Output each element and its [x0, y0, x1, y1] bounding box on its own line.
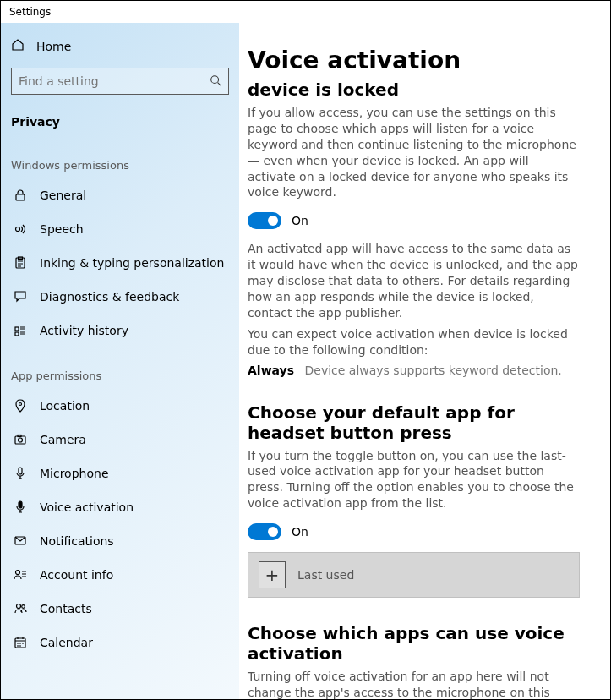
contacts-icon [13, 602, 28, 615]
apps-heading: Choose which apps can use voice activati… [248, 623, 580, 664]
account-icon [13, 568, 28, 582]
locked-toggle[interactable] [248, 212, 281, 229]
svg-point-16 [22, 605, 25, 609]
page-title: Voice activation [248, 46, 580, 74]
search-box[interactable] [11, 68, 229, 95]
nav-voice-activation[interactable]: Voice activation [1, 490, 239, 524]
locked-desc2: An activated app will have access to the… [248, 241, 580, 320]
svg-point-2 [16, 227, 20, 232]
svg-rect-6 [15, 332, 19, 336]
svg-rect-5 [15, 327, 19, 331]
clipboard-icon [13, 256, 28, 270]
main-content: Voice activation device is locked If you… [239, 23, 610, 699]
search-icon [210, 74, 221, 89]
svg-point-15 [17, 604, 21, 609]
nav-general[interactable]: General [1, 178, 239, 212]
nav-label: Diagnostics & feedback [40, 290, 179, 304]
nav-label: Location [40, 399, 90, 413]
speech-icon [13, 222, 28, 236]
headset-heading: Choose your default app for headset butt… [248, 402, 580, 443]
camera-icon [13, 433, 28, 446]
voice-activation-icon [13, 500, 28, 514]
section-windows-permissions: Windows permissions [1, 137, 239, 178]
locked-heading: device is locked [248, 79, 580, 100]
nav-location[interactable]: Location [1, 389, 239, 423]
nav-camera[interactable]: Camera [1, 423, 239, 457]
always-desc: Device always supports keyword detection… [305, 364, 562, 377]
sidebar-page-label: Privacy [1, 107, 239, 137]
headset-toggle-label: On [292, 525, 308, 539]
always-label: Always [248, 364, 294, 377]
always-condition: Always Device always supports keyword de… [248, 364, 580, 377]
svg-point-14 [16, 571, 20, 575]
nav-microphone[interactable]: Microphone [1, 457, 239, 490]
nav-label: Activity history [40, 324, 128, 337]
location-icon [13, 399, 28, 413]
lastused-selector[interactable]: + Last used [248, 552, 580, 598]
nav-account-info[interactable]: Account info [1, 558, 239, 592]
microphone-icon [13, 467, 28, 480]
window-title: Settings [9, 6, 51, 18]
lastused-label: Last used [297, 568, 354, 582]
nav-notifications[interactable]: Notifications [1, 524, 239, 558]
nav-label: Account info [40, 568, 113, 582]
svg-rect-11 [19, 468, 22, 474]
svg-point-9 [19, 438, 23, 442]
search-input[interactable] [19, 74, 210, 88]
feedback-icon [13, 290, 28, 304]
nav-label: Calendar [40, 636, 93, 649]
sidebar: Home Privacy Windows permissions General… [1, 23, 239, 699]
nav-label: General [40, 189, 86, 202]
nav-label: Inking & typing personalization [40, 256, 224, 270]
nav-label: Camera [40, 433, 86, 446]
activity-icon [13, 324, 28, 337]
nav-label: Notifications [40, 534, 114, 548]
nav-calendar[interactable]: Calendar [1, 626, 239, 659]
nav-diagnostics[interactable]: Diagnostics & feedback [1, 280, 239, 314]
locked-desc3: You can expect voice activation when dev… [248, 326, 580, 358]
svg-rect-8 [15, 436, 25, 444]
nav-inking[interactable]: Inking & typing personalization [1, 246, 239, 280]
svg-point-7 [19, 403, 22, 406]
nav-home[interactable]: Home [1, 30, 239, 63]
locked-desc: If you allow access, you can use the set… [248, 105, 580, 200]
nav-label: Voice activation [40, 500, 134, 514]
svg-point-0 [211, 75, 219, 83]
locked-toggle-label: On [292, 214, 308, 227]
nav-label: Contacts [40, 602, 92, 615]
apps-desc: Turning off voice activation for an app … [248, 669, 580, 699]
plus-icon: + [259, 561, 286, 588]
notifications-icon [13, 534, 28, 548]
svg-rect-1 [16, 194, 25, 200]
nav-label: Microphone [40, 467, 109, 480]
lock-icon [13, 189, 28, 202]
calendar-icon [13, 636, 28, 649]
nav-activity[interactable]: Activity history [1, 314, 239, 347]
nav-label: Speech [40, 222, 84, 236]
headset-toggle[interactable] [248, 523, 281, 540]
nav-home-label: Home [36, 40, 71, 53]
svg-rect-12 [19, 501, 22, 508]
headset-desc: If you turn the toggle button on, you ca… [248, 448, 580, 512]
nav-speech[interactable]: Speech [1, 212, 239, 246]
window-titlebar: Settings [1, 1, 610, 23]
home-icon [11, 38, 25, 54]
nav-contacts[interactable]: Contacts [1, 592, 239, 626]
section-app-permissions: App permissions [1, 347, 239, 389]
